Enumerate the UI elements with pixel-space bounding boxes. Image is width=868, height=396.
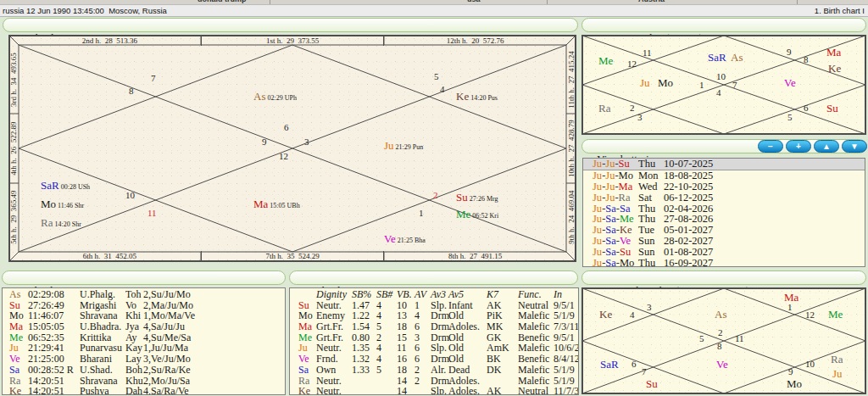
cell: Boh <box>125 365 142 376</box>
planet-ma: Ma <box>826 47 841 58</box>
planet-ra: Ra 14:20 Shr <box>41 217 81 230</box>
tab-separator <box>797 0 798 4</box>
planet-as: As 02:29 UPh <box>253 91 297 103</box>
tab-donald-trump[interactable]: donald trump <box>198 0 247 3</box>
tab-Austria[interactable]: Austria <box>638 0 665 3</box>
cell: 02:29:08 <box>28 289 64 300</box>
column-header: Dignity <box>316 289 347 300</box>
house-number: 2 <box>433 191 438 200</box>
dasha-weekday: Sat <box>638 192 652 204</box>
cell: Benefic <box>518 354 549 365</box>
column-header: Av3 <box>431 289 446 300</box>
dasha-start-date: 16-09-2027 <box>664 258 713 267</box>
planet-su: Su <box>826 103 838 114</box>
house-number: 2 <box>630 103 635 113</box>
cell: 5 <box>376 321 381 332</box>
cell: AK <box>487 386 501 395</box>
house-edge-label: 4th h. 26 522.89 <box>8 114 19 183</box>
tab-separator <box>547 0 548 4</box>
table-row: SaOwn1.335182Alr.DeadDKMalefic5/1/9 <box>290 365 578 376</box>
d10-dashamsha-chart: KeMaAsMeSaRSuVeRaJuMo341122511867910 <box>581 287 866 394</box>
vimshottari-dasha-list[interactable]: Ju-Ju-SuThu10-07-2025Ju-Ju-MoMon18-08-20… <box>582 158 865 267</box>
house-edge-label: 1st h. 29 373.55 <box>201 36 384 46</box>
column-header: Func. <box>518 289 542 300</box>
house-edge-label: 5th h. 29 365.49 <box>8 182 19 252</box>
house-number: 11 <box>643 48 652 58</box>
dasha-row[interactable]: Ju-Ju-SuThu10-07-2025 <box>583 159 865 170</box>
cell: 5/1/9 <box>554 365 575 376</box>
house-number: 9 <box>262 137 267 147</box>
planet-positions-table: As02:29:08U.Phalg.Toh2,Su/Ju/MoSu27:26:4… <box>2 287 286 395</box>
cell: 11/7/3 <box>554 386 579 395</box>
house-number: 10 <box>805 360 815 369</box>
house-number: 6 <box>804 103 809 113</box>
planet-dignity-table: DignitySB%SB#VB.AVAv3Av5K7Func.InSuNeutr… <box>289 287 579 395</box>
house-edge-label: 6th h. 31 452.05 <box>19 251 201 261</box>
house-number: 12 <box>627 59 637 69</box>
planet-ju: Ju <box>640 77 650 88</box>
cell: 18 <box>397 365 407 376</box>
cell: 4,Sa/Ra/Ve <box>143 386 189 395</box>
table-row: As02:29:08U.Phalg.Toh2,Su/Ju/Mo <box>3 289 285 300</box>
house-number: 5 <box>434 72 439 81</box>
column-header: AV <box>415 289 426 300</box>
house-number: 8 <box>717 342 722 351</box>
house-number: 7 <box>642 367 647 376</box>
cell: Jya <box>125 321 139 332</box>
planet-ve: Ve <box>784 77 796 88</box>
plus-button[interactable]: + <box>786 140 811 153</box>
d9-navamsha-chart: MeJuMoSaRAsMaKeVeRaSu111298101472356 <box>581 35 866 135</box>
tab-usa[interactable]: usa <box>467 0 481 3</box>
house-number: 7 <box>732 81 737 90</box>
cell: Lay <box>125 354 142 365</box>
cell: 2 <box>415 376 420 387</box>
table-header-row: DignitySB%SB#VB.AVAv3Av5K7Func.In <box>290 289 578 300</box>
house-edge-label: 10th h. 27 428.79 <box>566 114 576 183</box>
up-button[interactable]: ▲ <box>814 140 839 153</box>
cell: 6 <box>415 321 420 332</box>
cell: 4,Sa/Ju/Ju <box>143 321 185 332</box>
dasha-period-label: Ju-Ju-Su <box>593 159 630 170</box>
house-number: 10 <box>716 72 726 81</box>
planet-mo: Mo <box>658 77 673 88</box>
cell: U.Shad. <box>80 365 113 376</box>
house-number: 5 <box>699 334 704 343</box>
planet-su: Su <box>646 378 658 389</box>
table-row: Sa00:28:52 RU.Shad.Boh2,Su/Ra/Ke <box>3 365 285 376</box>
view-name-text: 1. Birth chart I <box>815 6 865 15</box>
cell: 2 <box>415 365 420 376</box>
cell: Ma <box>298 321 312 332</box>
cell: 15:05:05 <box>28 321 64 332</box>
cell: Old <box>448 354 464 365</box>
house-number: 1 <box>787 303 793 312</box>
column-header: K7 <box>487 289 498 300</box>
down-button[interactable]: ▼ <box>842 140 867 153</box>
house-number: 10 <box>125 191 135 200</box>
cell: Alr. <box>431 365 446 376</box>
house-number: 1 <box>419 209 424 218</box>
planet-me: Me 06:52 Kri <box>456 209 498 221</box>
house-edge-label: 2nd h. 28 513.36 <box>19 36 201 46</box>
dasha-start-date: 10-07-2025 <box>664 159 713 170</box>
cell: 6 <box>415 354 420 365</box>
cell: Pushya <box>80 386 109 395</box>
house-edge-label: 9th h. 24 469.04 <box>566 182 576 252</box>
minus-button[interactable]: − <box>758 140 783 153</box>
cell: Bharani <box>80 354 112 365</box>
house-number: 7 <box>151 74 156 83</box>
dasha-row[interactable]: Ju-Sa-MoThu16-09-2027 <box>583 258 865 267</box>
table-row: Ve21:25:00BharaniLay3,Ve/Ju/Mo <box>3 354 285 365</box>
status-bar: russia 12 Jun 1990 13:45:00 Moscow, Russ… <box>0 5 868 17</box>
planet-mo: Mo 11:46 Shr <box>41 198 84 211</box>
house-number: 9 <box>787 47 792 57</box>
house-number: 11 <box>147 209 157 218</box>
vimshottari-header: Vimshottari−+▲▼ <box>581 139 866 153</box>
column-header: SB# <box>376 289 392 300</box>
house-number: 6 <box>284 123 289 132</box>
cell: 2,Su/Ju/Mo <box>143 289 191 300</box>
dasha-weekday: Wed <box>638 181 658 192</box>
cell: Slp. <box>431 386 447 395</box>
cell: 18 <box>397 321 407 332</box>
dasha-start-date: 22-10-2025 <box>664 181 713 192</box>
cell: Ke <box>298 386 310 395</box>
